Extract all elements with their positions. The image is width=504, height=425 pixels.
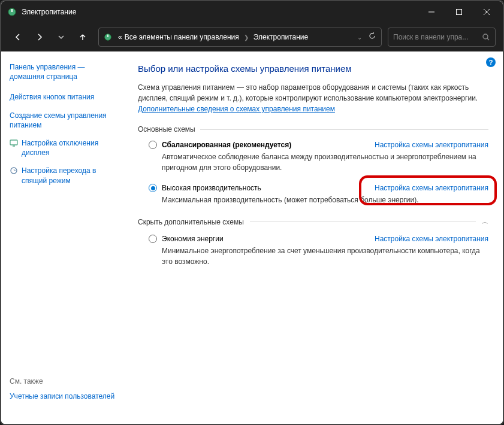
chevron-right-icon: ❯ xyxy=(244,34,249,41)
radio-high-perf[interactable] xyxy=(149,184,157,192)
breadcrumb-item[interactable]: Электропитание xyxy=(253,33,308,41)
sidebar-link-create-plan[interactable]: Создание схемы управления питанием xyxy=(10,111,113,130)
window-title: Электропитание xyxy=(22,8,418,16)
plan-high-performance: Высокая производительность Настройка схе… xyxy=(149,184,488,205)
plan-description: Автоматическое соблюдение баланса между … xyxy=(162,151,488,173)
plan-settings-link[interactable]: Настройка схемы электропитания xyxy=(375,141,488,149)
sidebar-link-sleep[interactable]: Настройка перехода в спящий режим xyxy=(22,166,113,185)
page-description: Схема управления питанием — это набор па… xyxy=(138,82,488,114)
collapse-additional-plans[interactable]: Скрыть дополнительные схемы ︿ xyxy=(138,217,488,226)
breadcrumb-prefix: « xyxy=(118,33,122,41)
addressbar[interactable]: « Все элементы панели управления ❯ Элект… xyxy=(98,28,382,47)
back-button[interactable] xyxy=(8,28,28,47)
power-icon xyxy=(104,32,113,42)
svg-point-12 xyxy=(11,168,17,174)
control-panel-home-link[interactable]: Панель управления — домашняя страница xyxy=(10,62,113,81)
sleep-icon xyxy=(10,166,18,175)
chevron-up-icon: ︿ xyxy=(482,217,488,226)
radio-power-saver[interactable] xyxy=(149,235,157,243)
learn-more-link[interactable]: Дополнительные сведения о схемах управле… xyxy=(138,105,335,113)
breadcrumb-item[interactable]: Все элементы панели управления xyxy=(125,33,239,41)
plan-name[interactable]: Сбалансированная (рекомендуется) xyxy=(162,141,291,149)
sidebar: Панель управления — домашняя страница Де… xyxy=(1,51,121,424)
recent-dropdown[interactable] xyxy=(52,28,71,47)
sidebar-link-power-buttons[interactable]: Действия кнопок питания xyxy=(10,92,113,102)
search-input[interactable]: Поиск в панели упра... xyxy=(388,28,496,47)
maximize-button[interactable] xyxy=(445,1,473,23)
plan-balanced: Сбалансированная (рекомендуется) Настрой… xyxy=(149,141,488,173)
minimize-button[interactable] xyxy=(418,1,445,23)
plan-name[interactable]: Высокая производительность xyxy=(162,184,261,192)
section-header-basic: Основные схемы xyxy=(138,125,488,133)
forward-button[interactable] xyxy=(30,28,49,47)
content: Панель управления — домашняя страница Де… xyxy=(1,51,503,424)
plan-settings-link[interactable]: Настройка схемы электропитания xyxy=(375,235,488,243)
svg-point-8 xyxy=(483,34,488,39)
divider xyxy=(250,221,476,222)
plan-settings-link-highlighted[interactable]: Настройка схемы электропитания xyxy=(375,184,488,192)
plan-name[interactable]: Экономия энергии xyxy=(162,235,224,243)
window-controls xyxy=(418,1,500,23)
plan-description: Минимальное энергопотребление за счет ум… xyxy=(162,245,488,267)
svg-rect-3 xyxy=(457,10,462,15)
up-button[interactable] xyxy=(73,28,92,47)
plan-description: Максимальная производительность (может п… xyxy=(162,195,488,205)
titlebar: Электропитание xyxy=(1,1,503,23)
sidebar-link-user-accounts[interactable]: Учетные записи пользователей xyxy=(10,391,117,401)
section-label: Основные схемы xyxy=(138,125,195,133)
search-icon xyxy=(482,33,490,41)
power-icon xyxy=(7,7,17,17)
help-icon[interactable]: ? xyxy=(486,57,496,67)
sidebar-link-display-off[interactable]: Настройка отключения дисплея xyxy=(22,138,113,157)
plan-power-saver: Экономия энергии Настройка схемы электро… xyxy=(149,235,488,267)
svg-rect-10 xyxy=(10,140,17,145)
radio-balanced[interactable] xyxy=(149,141,157,149)
see-also-label: См. также xyxy=(10,377,117,385)
navbar: « Все элементы панели управления ❯ Элект… xyxy=(1,23,503,51)
svg-line-9 xyxy=(487,38,489,40)
divider xyxy=(200,129,488,130)
display-off-icon xyxy=(10,139,18,147)
page-heading: Выбор или настройка схемы управления пит… xyxy=(138,63,488,74)
window: Электропитание « Все элементы панели упр… xyxy=(0,0,504,425)
collapse-label: Скрыть дополнительные схемы xyxy=(138,218,244,226)
close-button[interactable] xyxy=(473,1,500,23)
search-placeholder: Поиск в панели упра... xyxy=(393,33,482,41)
chevron-down-icon[interactable]: ⌄ xyxy=(357,34,362,41)
svg-rect-7 xyxy=(107,35,108,37)
svg-rect-1 xyxy=(11,9,13,12)
refresh-button[interactable] xyxy=(368,32,376,42)
main-panel: ? Выбор или настройка схемы управления п… xyxy=(121,51,503,424)
